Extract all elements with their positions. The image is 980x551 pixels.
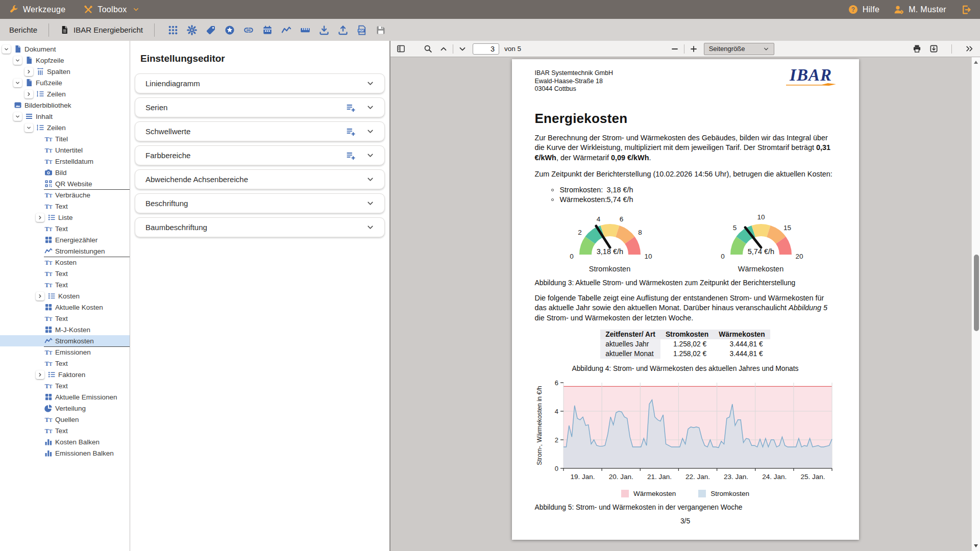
tab-ibar-energiebericht[interactable]: IBAR Energiebericht [60,26,143,34]
download-icon[interactable] [319,25,329,35]
expand-icon[interactable] [24,67,33,76]
collapse-icon[interactable] [2,45,11,54]
settings-section-baumbeschriftung[interactable]: Baumbeschriftung [135,217,385,237]
tree-item-bilderbibliothek[interactable]: Bilderbibliothek [0,99,130,111]
tree-item-spalten[interactable]: Spalten [0,66,130,77]
tree-item-text[interactable]: TTText [0,380,130,391]
chevron-down-icon[interactable] [366,128,374,135]
tree-item-fußzeile[interactable]: Fußzeile [0,77,130,88]
settings-section-farbbereiche[interactable]: Farbbereiche [135,145,385,165]
collapse-icon[interactable] [13,79,22,87]
download-document-icon[interactable] [929,44,938,53]
calendar-icon[interactable] [262,25,273,35]
collapse-icon[interactable] [13,56,22,65]
chevron-down-icon[interactable] [366,152,374,159]
tree-item-text[interactable]: TTText [0,201,130,212]
tree-item-verbräuche[interactable]: TTVerbräuche [0,189,130,201]
tree-item-stromkosten[interactable]: Stromkosten [0,335,130,346]
scroll-up-arrow[interactable] [974,61,978,64]
settings-section-liniendiagramm[interactable]: Liniendiagramm [135,73,385,93]
more-tools-icon[interactable] [965,44,974,53]
add-entry-icon[interactable] [346,151,355,160]
tree-item-text[interactable]: TTText [0,358,130,369]
zoom-out-icon[interactable] [671,45,679,53]
tree-item-text[interactable]: TTText [0,268,130,279]
tree-item-titel[interactable]: TTTitel [0,133,130,144]
chevron-down-icon[interactable] [366,223,374,231]
tree-item-emissionen-balken[interactable]: Emissionen Balken [0,447,130,459]
tab-berichte[interactable]: Berichte [9,26,37,34]
zoom-in-icon[interactable] [690,45,698,53]
ruler-icon[interactable] [300,25,310,35]
tree-item-kosten-balken[interactable]: Kosten Balken [0,436,130,447]
chevron-down-icon[interactable] [366,80,374,87]
tree-item-text[interactable]: TTText [0,425,130,436]
chevron-down-icon[interactable] [366,104,374,111]
menu-toolbox[interactable]: Toolbox [84,5,139,14]
tree-item-qr-website[interactable]: QR Website [0,178,130,189]
page-zoom-select[interactable]: Seitengröße [704,43,774,55]
previous-page-icon[interactable] [439,45,448,53]
settings-section-schwellwerte[interactable]: Schwellwerte [135,121,385,141]
tree-item-kopfzeile[interactable]: Kopfzeile [0,55,130,66]
tree-item-zeilen[interactable]: Zeilen [0,88,130,99]
divider [951,44,952,54]
expand-icon[interactable] [36,292,44,300]
tree-item-kosten[interactable]: TTKosten [0,257,130,268]
tree-item-untertitel[interactable]: TTUntertitel [0,144,130,156]
upload-icon[interactable] [338,25,348,35]
expand-icon[interactable] [24,90,33,98]
link-icon[interactable] [243,25,254,35]
tree-item-aktuelle-emissionen[interactable]: Aktuelle Emissionen [0,391,130,403]
add-entry-icon[interactable] [346,127,355,136]
chevron-down-icon[interactable] [366,176,374,183]
tree-item-verteilung[interactable]: Verteilung [0,403,130,414]
help-button[interactable]: ? Hilfe [848,5,880,14]
tree-item-quellen[interactable]: TTQuellen [0,414,130,425]
tree-item-dokument[interactable]: Dokument [0,43,130,55]
tree-item-text[interactable]: TTText [0,313,130,324]
expand-icon[interactable] [36,370,44,379]
tree-item-kosten[interactable]: Kosten [0,290,130,302]
tree-item-faktoren[interactable]: Faktoren [0,369,130,380]
menu-werkzeuge[interactable]: Werkzeuge [9,5,65,14]
tree-item-bild[interactable]: Bild [0,167,130,178]
scroll-down-arrow[interactable] [974,544,978,547]
grid-icon[interactable] [168,25,178,35]
settings-section-serien[interactable]: Serien [135,97,385,117]
collapse-icon[interactable] [24,123,33,132]
value-cell: 3.444,81 € [714,349,770,359]
tree-item-stromleistungen[interactable]: Stromleistungen [0,245,130,257]
tree-item-text[interactable]: TTText [0,223,130,234]
gear-icon[interactable] [187,25,197,35]
sidebar-toggle-icon[interactable] [397,44,405,53]
chevron-down-icon[interactable] [366,199,374,207]
scrollbar-thumb[interactable] [974,255,979,331]
vertical-scrollbar[interactable] [971,57,980,551]
star-icon[interactable] [225,25,235,35]
settings-section-beschriftung[interactable]: Beschriftung [135,193,385,213]
search-icon[interactable] [424,44,432,53]
print-icon[interactable] [913,44,921,53]
collapse-icon[interactable] [13,112,22,121]
tree-item-aktuelle-kosten[interactable]: Aktuelle Kosten [0,302,130,313]
tree-item-erstelldatum[interactable]: TTErstelldatum [0,156,130,167]
line-chart-icon[interactable] [281,25,291,35]
next-page-icon[interactable] [458,45,467,53]
settings-section-abweichende-achsenbereiche[interactable]: Abweichende Achsenbereiche [135,169,385,189]
tag-icon[interactable] [206,25,216,35]
tree-item-zeilen[interactable]: Zeilen [0,122,130,133]
tree-item-text[interactable]: TTText [0,279,130,290]
pdf-export-icon[interactable]: PDF [357,25,367,35]
add-entry-icon[interactable] [346,103,355,112]
document-tab-bar: Berichte IBAR Energiebericht PDF [0,19,980,41]
tree-item-inhalt[interactable]: Inhalt [0,111,130,122]
tree-item-emissionen[interactable]: TTEmissionen [0,346,130,358]
expand-icon[interactable] [36,213,44,222]
tree-item-energiezähler[interactable]: Energiezähler [0,234,130,245]
tree-item-liste[interactable]: Liste [0,212,130,223]
page-number-input[interactable] [473,43,499,55]
tree-item-m-j-kosten[interactable]: M-J-Kosten [0,324,130,335]
user-menu[interactable]: M. Muster [894,5,946,15]
logout-icon[interactable] [961,5,971,15]
